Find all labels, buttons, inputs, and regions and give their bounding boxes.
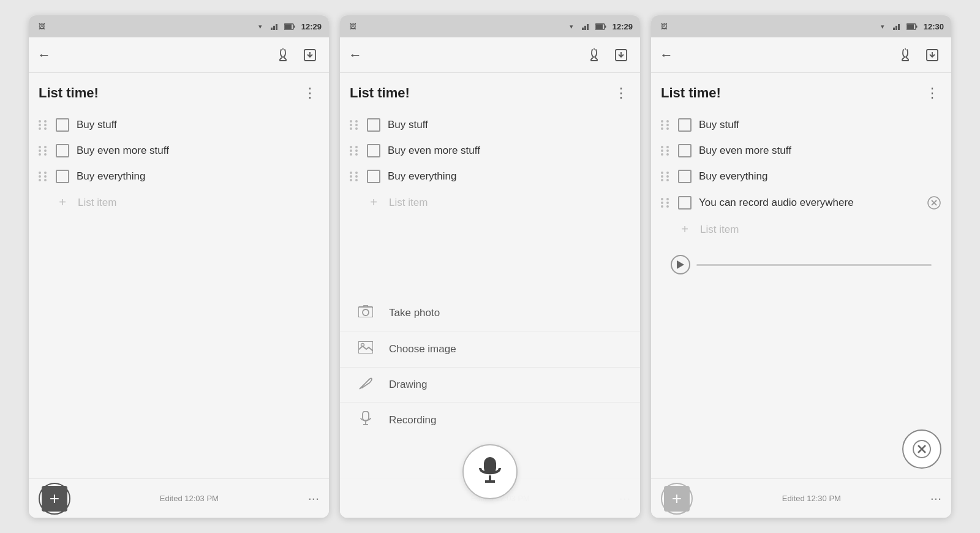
back-button-1[interactable]: ← — [37, 45, 56, 66]
checkbox[interactable] — [56, 144, 69, 157]
item-text: Buy everything — [388, 170, 630, 183]
drag-handle[interactable] — [661, 172, 671, 181]
popup-choose-image[interactable]: Choose image — [340, 331, 640, 368]
svg-rect-24 — [363, 411, 369, 421]
checkbox[interactable] — [367, 144, 380, 157]
editing-item-text[interactable]: You can record audio everywhere — [699, 197, 919, 209]
drag-handle[interactable] — [661, 198, 671, 208]
back-button-3[interactable]: ← — [660, 45, 678, 66]
footer-edited-1: Edited 12:03 PM — [70, 494, 308, 503]
close-recording-button[interactable] — [902, 429, 941, 469]
drag-handle[interactable] — [39, 172, 48, 181]
download-icon-1[interactable] — [300, 45, 320, 66]
phone-3: 🖼 ▾ 12:30 ← List time! ⋮ — [651, 15, 951, 518]
list-more-3[interactable]: ⋮ — [923, 85, 941, 101]
add-item-row-2[interactable]: + List item — [367, 189, 630, 216]
list-header-1: List time! ⋮ — [39, 85, 319, 101]
touch-icon-2[interactable] — [584, 45, 605, 66]
take-photo-label: Take photo — [389, 307, 440, 319]
checkbox[interactable] — [367, 118, 380, 132]
checkbox[interactable] — [367, 170, 380, 183]
svg-rect-32 — [898, 24, 900, 30]
svg-rect-1 — [273, 26, 275, 30]
add-item-row-1[interactable]: + List item — [56, 189, 319, 216]
item-text: Buy stuff — [699, 119, 941, 131]
photo-icon-2: 🖼 — [347, 21, 358, 32]
touch-icon-1[interactable] — [273, 45, 293, 66]
mic-button[interactable] — [462, 444, 518, 499]
item-text: Buy stuff — [77, 119, 319, 131]
wifi-icon-3: ▾ — [877, 21, 888, 32]
content-3: List time! ⋮ Buy stuff Buy even more stu… — [651, 73, 951, 478]
checkbox[interactable] — [56, 170, 69, 183]
popup-drawing[interactable]: Drawing — [340, 368, 640, 403]
svg-rect-3 — [278, 23, 279, 30]
add-icon-3: + — [678, 222, 692, 236]
status-time-3: 12:30 — [924, 22, 944, 31]
play-button[interactable] — [671, 255, 690, 274]
download-icon-3[interactable] — [922, 45, 943, 66]
choose-image-label: Choose image — [389, 343, 456, 355]
checkbox[interactable] — [678, 196, 692, 210]
signal-icon-3 — [892, 21, 903, 32]
status-time-2: 12:29 — [612, 22, 633, 31]
phone-1: 🖼 ▾ 12:29 ← List time! ⋮ — [29, 15, 329, 518]
add-icon-2: + — [367, 195, 380, 210]
footer-more-1[interactable]: ··· — [308, 491, 319, 507]
drag-handle[interactable] — [350, 172, 360, 181]
battery-icon-2 — [595, 21, 606, 32]
add-text: List item — [78, 197, 116, 209]
list-item-editing: You can record audio everywhere — [661, 189, 941, 216]
add-icon: + — [56, 195, 69, 210]
checkbox[interactable] — [678, 170, 692, 183]
list-more-1[interactable]: ⋮ — [301, 85, 319, 101]
drag-handle[interactable] — [39, 120, 48, 130]
popup-recording[interactable]: Recording — [340, 403, 640, 438]
svg-rect-31 — [895, 26, 897, 30]
item-text: Buy stuff — [388, 119, 630, 131]
list-item: Buy everything — [39, 164, 319, 189]
checkbox[interactable] — [678, 118, 692, 132]
drag-handle[interactable] — [350, 120, 360, 130]
checkbox[interactable] — [678, 144, 692, 157]
phone-2: 🖼 ▾ 12:29 ← List time! ⋮ — [340, 15, 640, 518]
list-title-2: List time! — [350, 85, 410, 101]
item-text: Buy even more stuff — [699, 145, 941, 157]
add-note-button-1[interactable]: + — [39, 483, 70, 515]
svg-rect-30 — [893, 28, 895, 30]
add-note-button-3[interactable]: + — [661, 483, 693, 515]
popup-menu: Take photo Choose image Drawing Recordin… — [340, 295, 640, 518]
clear-item-button[interactable] — [927, 195, 941, 210]
wifi-icon-2: ▾ — [566, 21, 577, 32]
list-header-2: List time! ⋮ — [350, 85, 630, 101]
download-icon-2[interactable] — [611, 45, 631, 66]
image-icon — [357, 341, 374, 357]
add-note-icon-3: + — [664, 486, 690, 512]
drag-handle[interactable] — [661, 146, 671, 156]
svg-rect-2 — [276, 24, 277, 30]
svg-rect-16 — [596, 25, 603, 29]
drag-handle[interactable] — [39, 146, 48, 156]
add-item-row-3[interactable]: + List item — [678, 216, 941, 243]
photo-icon: 🖼 — [36, 21, 47, 32]
drawing-label: Drawing — [389, 379, 427, 391]
list-title-3: List time! — [661, 85, 721, 101]
recording-label: Recording — [389, 414, 437, 426]
svg-rect-35 — [916, 25, 917, 28]
back-button-2[interactable]: ← — [349, 45, 367, 66]
checkbox[interactable] — [56, 118, 69, 132]
svg-rect-36 — [907, 25, 914, 29]
drag-handle[interactable] — [350, 146, 360, 156]
audio-track[interactable] — [696, 264, 932, 266]
drag-handle[interactable] — [661, 120, 671, 130]
list-item: Buy everything — [350, 164, 630, 189]
popup-take-photo[interactable]: Take photo — [340, 295, 640, 331]
footer-bar-3: + Edited 12:30 PM ··· — [651, 478, 951, 518]
footer-edited-3: Edited 12:30 PM — [693, 494, 930, 503]
audio-player — [661, 248, 941, 282]
svg-rect-11 — [584, 26, 586, 30]
list-more-2[interactable]: ⋮ — [612, 85, 630, 101]
footer-more-3[interactable]: ··· — [930, 491, 941, 507]
add-text-2: List item — [389, 197, 428, 209]
touch-icon-3[interactable] — [895, 45, 916, 66]
